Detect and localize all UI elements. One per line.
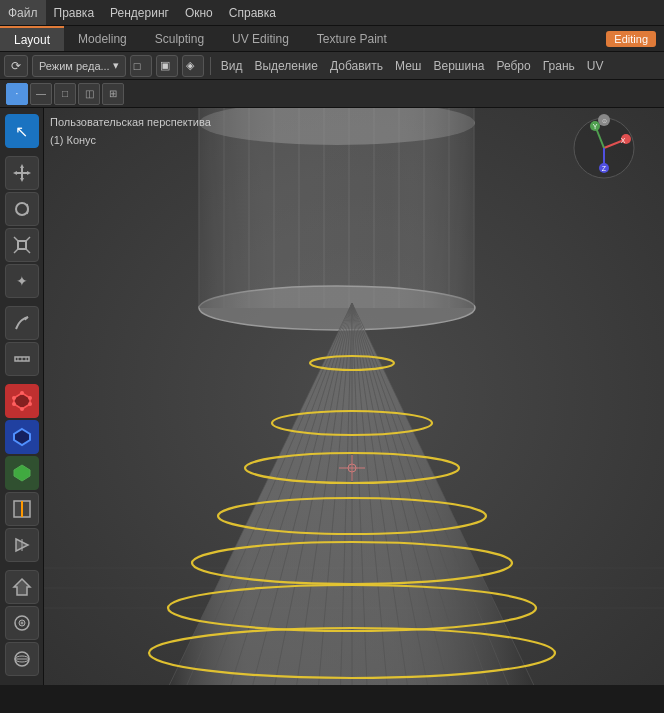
xray-btn[interactable]: ◈: [182, 55, 204, 77]
tool-house[interactable]: [5, 570, 39, 604]
viewport-wrapper: ↖: [0, 108, 664, 685]
svg-point-18: [20, 391, 24, 395]
menu-window[interactable]: Окно: [177, 0, 221, 25]
svg-line-9: [26, 237, 30, 241]
svg-text:Z: Z: [602, 165, 607, 172]
menu-render[interactable]: Рендеринг: [102, 0, 177, 25]
svg-marker-2: [20, 164, 24, 168]
transform-orientation-icon[interactable]: ⟳: [4, 55, 28, 77]
tool-cursor[interactable]: ↖: [5, 114, 39, 148]
tool-move[interactable]: [5, 156, 39, 190]
menu-edge[interactable]: Ребро: [492, 57, 534, 75]
select-mode-icons: · — □ ◫ ⊞: [0, 80, 664, 108]
mode-btn5[interactable]: ⊞: [102, 83, 124, 105]
menu-uv[interactable]: UV: [583, 57, 608, 75]
tab-layout[interactable]: Layout: [0, 26, 64, 51]
tool-transform[interactable]: ✦: [5, 264, 39, 298]
svg-text:X: X: [621, 137, 626, 144]
svg-point-20: [28, 402, 32, 406]
svg-marker-17: [14, 393, 30, 409]
svg-line-10: [14, 249, 18, 253]
tool-scale[interactable]: [5, 228, 39, 262]
mode-dropdown[interactable]: Режим реда... ▾: [32, 55, 126, 77]
tool-annotate[interactable]: [5, 306, 39, 340]
tool-cube-vertex[interactable]: [5, 384, 39, 418]
svg-rect-58: [199, 108, 474, 308]
menu-face[interactable]: Грань: [539, 57, 579, 75]
menu-vertex[interactable]: Вершина: [429, 57, 488, 75]
menu-select[interactable]: Выделение: [250, 57, 322, 75]
menu-mesh[interactable]: Меш: [391, 57, 425, 75]
svg-point-6: [16, 203, 28, 215]
tool-measure[interactable]: [5, 342, 39, 376]
toolbar-mode: ⟳ Режим реда... ▾ □ ▣ ◈ Вид Выделение До…: [0, 52, 664, 80]
svg-line-8: [14, 237, 18, 241]
menu-view[interactable]: Вид: [217, 57, 247, 75]
svg-point-21: [20, 407, 24, 411]
svg-point-19: [28, 396, 32, 400]
menu-edit[interactable]: Правка: [46, 0, 103, 25]
3d-viewport[interactable]: Пользовательская перспектива (1) Конус: [44, 108, 664, 685]
svg-marker-5: [27, 171, 31, 175]
svg-point-23: [12, 396, 16, 400]
mode-btn4[interactable]: ◫: [78, 83, 100, 105]
svg-line-11: [26, 249, 30, 253]
menu-add[interactable]: Добавить: [326, 57, 387, 75]
tool-rotate[interactable]: [5, 192, 39, 226]
overlay-btn[interactable]: ▣: [156, 55, 178, 77]
tab-modeling[interactable]: Modeling: [64, 26, 141, 51]
svg-text:⊙: ⊙: [602, 118, 607, 124]
tool-cube-face[interactable]: [5, 456, 39, 490]
svg-text:Y: Y: [593, 123, 598, 130]
tool-loop-cut[interactable]: [5, 492, 39, 526]
left-toolbar: ↖: [0, 108, 44, 685]
svg-marker-25: [14, 465, 30, 481]
svg-marker-24: [14, 429, 30, 445]
tab-sculpting[interactable]: Sculpting: [141, 26, 218, 51]
workspace-tabs: Layout Modeling Sculpting UV Editing Tex…: [0, 26, 664, 52]
local-view-btn[interactable]: □: [130, 55, 152, 77]
tool-sphere[interactable]: [5, 642, 39, 676]
vert-select-mode[interactable]: ·: [6, 83, 28, 105]
svg-marker-3: [20, 178, 24, 182]
tool-shapekeys[interactable]: [5, 606, 39, 640]
edge-select-mode[interactable]: —: [30, 83, 52, 105]
tab-uv-editing[interactable]: UV Editing: [218, 26, 303, 51]
tool-knife[interactable]: [5, 528, 39, 562]
svg-point-33: [21, 622, 23, 624]
svg-rect-7: [18, 241, 26, 249]
top-menu-bar: Файл Правка Рендеринг Окно Справка: [0, 0, 664, 26]
tool-cube-edge[interactable]: [5, 420, 39, 454]
menu-help[interactable]: Справка: [221, 0, 284, 25]
svg-point-22: [12, 402, 16, 406]
scene-svg: X Y Z ⊙: [44, 108, 664, 685]
svg-marker-4: [13, 171, 17, 175]
editing-badge: Editing: [606, 31, 656, 47]
face-select-mode[interactable]: □: [54, 83, 76, 105]
tab-texture-paint[interactable]: Texture Paint: [303, 26, 401, 51]
svg-marker-30: [14, 579, 30, 595]
menu-file[interactable]: Файл: [0, 0, 46, 25]
